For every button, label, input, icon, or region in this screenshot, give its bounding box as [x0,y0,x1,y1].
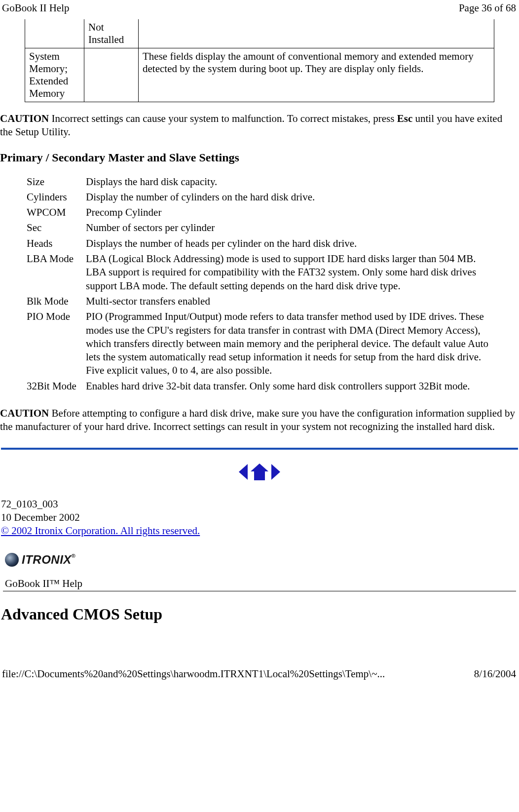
setting-desc: Number of sectors per cylinder [84,220,494,235]
nav-next-button[interactable] [271,464,280,480]
setting-desc: PIO (Programmed Input/Output) mode refer… [84,309,494,378]
caution-1: CAUTION Incorrect settings can cause you… [0,102,519,139]
table-row: CylindersDisplay the number of cylinders… [25,190,494,205]
cell: System Memory; Extended Memory [25,48,84,102]
setting-label: LBA Mode [25,251,84,294]
help-label: GoBook II™ Help [0,567,519,590]
setting-desc: LBA (Logical Block Addressing) mode is u… [84,251,494,294]
setting-label: Heads [25,236,84,251]
setting-label: 32Bit Mode [25,379,84,394]
setting-label: PIO Mode [25,309,84,378]
table-row: PIO ModePIO (Programmed Input/Output) mo… [25,309,494,378]
cell [84,48,139,102]
nav-prev-button[interactable] [239,464,248,480]
setting-label: Cylinders [25,190,84,205]
footer-right: 8/16/2004 [474,668,516,680]
table-row: Blk ModeMulti-sector transfers enabled [25,294,494,309]
footer-left: file://C:\Documents%20and%20Settings\har… [2,668,385,680]
setting-desc: Displays the number of heads per cylinde… [84,236,494,251]
caution-label: CAUTION [0,407,49,419]
table-row: HeadsDisplays the number of heads per cy… [25,236,494,251]
arrow-right-icon [271,464,280,480]
table-row: LBA ModeLBA (Logical Block Addressing) m… [25,251,494,294]
nav-home-button[interactable] [251,464,268,480]
main-heading: Advanced CMOS Setup [0,591,519,623]
setting-desc: Displays the hard disk capacity. [84,174,494,190]
meta-block: 72_0103_003 10 December 2002 © 2002 Itro… [0,492,519,538]
setting-desc: Precomp Cylinder [84,205,494,220]
logo-strip: ITRONIX® [0,538,519,567]
table-row: Not Installed [25,19,494,48]
esc-key: Esc [397,113,413,124]
table-row: 32Bit ModeEnables hard drive 32-bit data… [25,379,494,394]
settings-table: SizeDisplays the hard disk capacity. Cyl… [25,174,494,394]
setting-label: Blk Mode [25,294,84,309]
caution-2-text: Before attempting to configure a hard di… [0,407,515,432]
cell: These fields display the amount of conve… [139,48,494,102]
header-left: GoBook II Help [2,2,69,14]
caution-label: CAUTION [0,113,49,124]
table-row: System Memory; Extended Memory These fie… [25,48,494,102]
cell: Not Installed [84,19,139,48]
home-icon [251,464,268,480]
setting-label: WPCOM [25,205,84,220]
setting-desc: Multi-sector transfers enabled [84,294,494,309]
doc-id: 72_0103_003 [1,498,519,511]
table-row: WPCOMPrecomp Cylinder [25,205,494,220]
doc-date: 10 December 2002 [1,511,519,524]
nav-block [0,450,519,492]
cell [139,19,494,48]
page-header: GoBook II Help Page 36 of 68 [0,0,519,19]
caution-2: CAUTION Before attempting to configure a… [0,394,519,434]
table-row: SizeDisplays the hard disk capacity. [25,174,494,190]
caution-text-1: Incorrect settings can cause your system… [49,113,397,124]
cell [25,19,84,48]
arrow-left-icon [239,464,248,480]
logo-text: ITRONIX® [22,553,75,567]
top-table: Not Installed System Memory; Extended Me… [25,19,494,102]
table-row: SecNumber of sectors per cylinder [25,220,494,235]
setting-label: Size [25,174,84,190]
setting-label: Sec [25,220,84,235]
setting-desc: Enables hard drive 32-bit data transfer.… [84,379,494,394]
section-heading: Primary / Secondary Master and Slave Set… [0,139,519,167]
setting-desc: Display the number of cylinders on the h… [84,190,494,205]
header-right: Page 36 of 68 [459,2,516,14]
page-footer: file://C:\Documents%20and%20Settings\har… [0,623,519,683]
copyright-link[interactable]: © 2002 Itronix Corporation. All rights r… [1,525,200,537]
globe-icon [5,553,19,567]
